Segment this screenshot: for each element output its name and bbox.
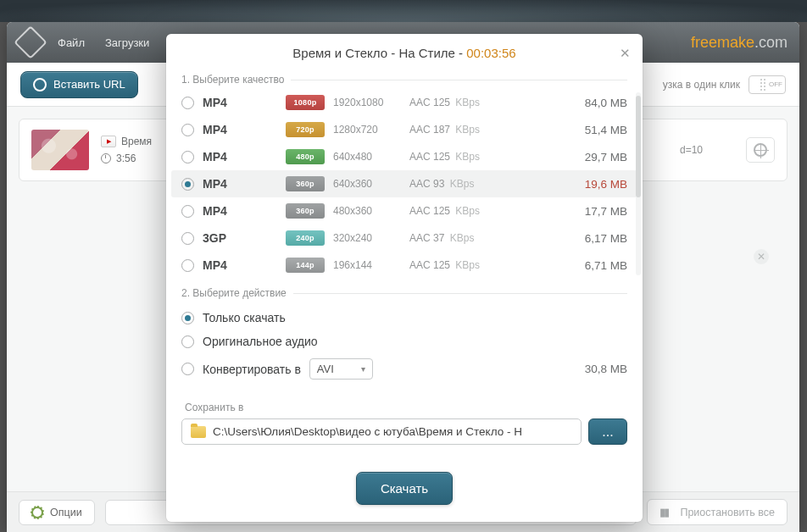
radio-icon <box>181 312 194 324</box>
dialog-title: Время и Стекло - На Стиле - 00:03:56 ✕ <box>166 34 643 65</box>
quality-badge: 240p <box>286 230 325 246</box>
quality-row[interactable]: MP4360p480x360AAC 125 KBps17,7 MB <box>171 197 637 224</box>
filesize-label: 29,7 MB <box>559 151 627 163</box>
resolution-label: 640x480 <box>333 151 401 163</box>
quality-badge: 720p <box>286 122 325 137</box>
quality-row[interactable]: 3GP240p320x240AAC 37 KBps6,17 MB <box>171 224 637 252</box>
clock-icon <box>101 153 111 163</box>
format-label: MP4 <box>203 150 257 163</box>
apple-icon <box>265 97 277 108</box>
quality-badge: 144p <box>286 258 325 273</box>
filesize-label: 19,6 MB <box>559 178 627 191</box>
globe-icon <box>33 78 47 91</box>
radio-icon <box>181 232 194 245</box>
paste-url-button[interactable]: Вставить URL <box>20 71 138 98</box>
radio-icon <box>181 178 194 191</box>
format-label: MP4 <box>203 204 257 218</box>
radio-icon <box>181 97 194 109</box>
resolution-label: 640x360 <box>333 178 401 190</box>
download-button[interactable]: Скачать <box>356 472 453 505</box>
quality-badge: 1080p <box>286 95 325 110</box>
youtube-icon: ▶ <box>101 136 116 147</box>
filesize-label: 17,7 MB <box>559 205 627 218</box>
folder-icon <box>191 426 206 438</box>
video-thumbnail <box>31 130 89 170</box>
audio-label: AAC 187 KBps <box>409 124 486 136</box>
apple-icon <box>265 178 277 190</box>
audio-label: AAC 125 KBps <box>409 97 486 108</box>
format-label: MP4 <box>203 177 257 191</box>
quality-row[interactable]: MP4480p640x480AAC 125 KBps29,7 MB <box>171 143 637 170</box>
video-title: Время <box>121 136 152 147</box>
scrollbar[interactable] <box>636 92 641 275</box>
menu-file[interactable]: Файл <box>58 36 85 49</box>
quality-list: MP41080p1920x1080AAC 125 KBps84,0 MBMP47… <box>166 89 643 279</box>
action-convert[interactable]: Конвертировать в AVI 30,8 MB <box>181 353 627 385</box>
apple-icon <box>265 259 277 271</box>
audio-label: AAC 93 KBps <box>409 178 486 190</box>
filesize-label: 6,71 MB <box>559 259 627 272</box>
audio-label: AAC 37 KBps <box>409 232 486 244</box>
quality-badge: 480p <box>286 149 325 164</box>
radio-icon <box>181 363 194 375</box>
radio-icon <box>181 151 194 163</box>
format-label: MP4 <box>203 123 257 136</box>
pause-all-button[interactable]: ▮▮Приостановить все <box>647 499 788 525</box>
download-dialog: Время и Стекло - На Стиле - 00:03:56 ✕ 1… <box>166 34 643 522</box>
quality-row[interactable]: MP4144p196x144AAC 125 KBps6,71 MB <box>171 252 637 279</box>
resolution-label: 320x240 <box>333 232 401 244</box>
format-label: MP4 <box>203 258 257 272</box>
resolution-label: 1920x1080 <box>333 97 401 108</box>
audio-label: AAC 125 KBps <box>409 205 486 217</box>
dialog-close-button[interactable]: ✕ <box>620 46 631 61</box>
quality-row[interactable]: MP4720p1280x720AAC 187 KBps51,4 MB <box>171 116 637 143</box>
menu-downloads[interactable]: Загрузки <box>105 36 149 49</box>
apple-icon <box>265 151 277 163</box>
browse-button[interactable]: ... <box>588 418 627 445</box>
resolution-label: 196x144 <box>333 259 401 271</box>
url-fragment: d=10 <box>680 144 703 156</box>
globe-gray-icon <box>754 143 767 157</box>
action-download-only[interactable]: Только скачать <box>181 306 627 330</box>
save-to-label: Сохранить в <box>185 402 627 413</box>
video-duration: 3:56 <box>116 152 136 164</box>
filesize-label: 6,17 MB <box>559 232 627 245</box>
convert-format-select[interactable]: AVI <box>309 358 373 380</box>
filesize-label: 51,4 MB <box>559 124 627 136</box>
apple-icon <box>265 124 277 136</box>
radio-icon <box>181 124 194 136</box>
app-logo-icon <box>14 25 47 59</box>
quality-badge: 360p <box>286 176 325 191</box>
convert-size: 30,8 MB <box>585 363 627 375</box>
resolution-label: 1280x720 <box>333 124 401 136</box>
open-source-button[interactable] <box>746 137 775 163</box>
audio-label: AAC 125 KBps <box>409 259 486 271</box>
resolution-label: 480x360 <box>333 205 401 217</box>
options-button[interactable]: Опции <box>19 500 95 525</box>
quality-row[interactable]: MP41080p1920x1080AAC 125 KBps84,0 MB <box>171 89 637 116</box>
apple-icon <box>265 232 277 244</box>
save-path-input[interactable]: C:\Users\Юлия\Desktop\видео с ютуба\Врем… <box>181 418 582 445</box>
quality-badge: 360p <box>286 203 325 219</box>
format-label: 3GP <box>203 231 257 245</box>
oneclick-toggle[interactable]: OFF <box>749 75 786 94</box>
section-action-label: 2. Выберите действие <box>166 279 643 302</box>
gear-icon <box>31 507 43 518</box>
audio-label: AAC 125 KBps <box>409 151 486 163</box>
radio-icon <box>181 259 194 272</box>
radio-icon <box>181 335 194 348</box>
remove-item-button[interactable]: ✕ <box>754 249 769 264</box>
filesize-label: 84,0 MB <box>559 97 627 109</box>
section-quality-label: 1. Выберите качество <box>166 65 643 89</box>
apple-icon <box>265 205 277 217</box>
brand-link[interactable]: freemake.com <box>691 34 788 52</box>
action-original-audio[interactable]: Оригинальное аудио <box>181 330 627 353</box>
format-label: MP4 <box>203 96 257 109</box>
radio-icon <box>181 205 194 218</box>
quality-row[interactable]: MP4360p640x360AAC 93 KBps19,6 MB <box>171 170 637 197</box>
oneclick-label: узка в один клик <box>663 79 740 91</box>
